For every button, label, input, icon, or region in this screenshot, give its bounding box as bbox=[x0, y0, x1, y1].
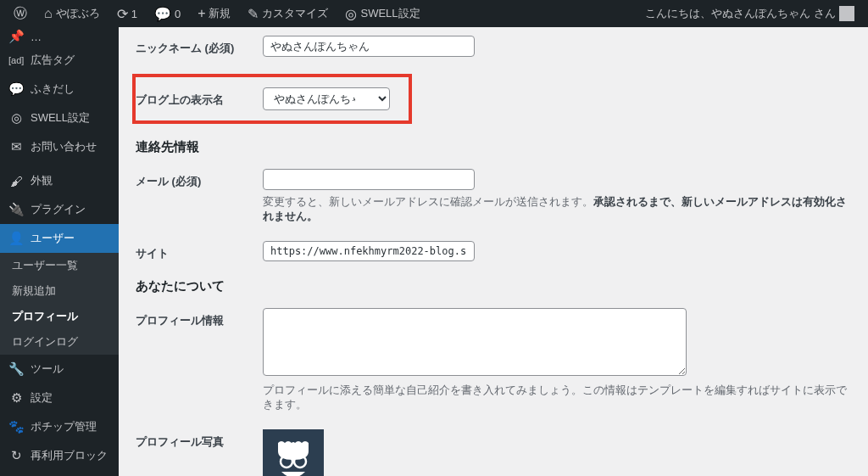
customize-link[interactable]: ✎カスタマイズ bbox=[241, 6, 335, 22]
display-name-highlight: ブログ上の表示名 やぬさんぽんちゃん bbox=[132, 74, 412, 124]
photo-label: プロフィール写真 bbox=[136, 429, 263, 450]
avatar bbox=[263, 429, 324, 476]
display-name-select[interactable]: やぬさんぽんちゃん bbox=[263, 87, 390, 110]
bio-description: プロフィールに添える簡単な自己紹介を書き入れてみましょう。この情報はテンプレート… bbox=[263, 384, 851, 412]
sidebar-item-posts-top[interactable]: 📌… bbox=[0, 27, 119, 46]
contact-section-heading: 連絡先情報 bbox=[136, 139, 851, 155]
wp-logo[interactable]: ⓦ bbox=[7, 5, 34, 23]
sidebar-item-seo-pack[interactable]: ≡SEO PACK bbox=[0, 470, 119, 476]
email-description: 変更すると、新しいメールアドレスに確認メールが送信されます。承認されるまで、新し… bbox=[263, 195, 851, 224]
submenu-profile[interactable]: プロフィール bbox=[0, 304, 119, 329]
submenu-add-new[interactable]: 新規追加 bbox=[0, 278, 119, 304]
bio-label: プロフィール情報 bbox=[136, 308, 263, 328]
site-name-link[interactable]: ⌂やぽぶろ bbox=[37, 6, 107, 21]
updates-link[interactable]: ⟳1 bbox=[110, 6, 144, 22]
submenu-users-list[interactable]: ユーザー一覧 bbox=[0, 253, 119, 278]
user-greeting[interactable]: こんにちは、やぬさんぽんちゃん さん bbox=[638, 6, 861, 21]
sidebar-item-appearance[interactable]: 🖌外観 bbox=[0, 166, 119, 195]
sidebar-item-pochipp[interactable]: 🐾ポチップ管理 bbox=[0, 412, 119, 441]
site-input[interactable] bbox=[263, 241, 475, 261]
display-name-label: ブログ上の表示名 bbox=[136, 87, 263, 108]
nickname-input[interactable] bbox=[263, 36, 475, 57]
admin-sidebar: 📌… [ad]広告タグ 💬ふきだし ◎SWELL設定 ✉お問い合わせ 🖌外観 🔌… bbox=[0, 27, 119, 476]
sidebar-item-users[interactable]: 👤ユーザー bbox=[0, 224, 119, 253]
avatar-icon bbox=[839, 6, 854, 21]
sidebar-item-tools[interactable]: 🔧ツール bbox=[0, 355, 119, 384]
submenu-login-log[interactable]: ログインログ bbox=[0, 329, 119, 355]
email-input[interactable] bbox=[263, 169, 475, 190]
users-submenu: ユーザー一覧 新規追加 プロフィール ログインログ bbox=[0, 253, 119, 355]
main-content: ニックネーム (必須) ブログ上の表示名 やぬさんぽんちゃん 連絡先情報 メール… bbox=[119, 27, 868, 476]
sidebar-item-contact[interactable]: ✉お問い合わせ bbox=[0, 132, 119, 161]
site-label: サイト bbox=[136, 241, 263, 261]
sidebar-item-reusable-blocks[interactable]: ↻再利用ブロック bbox=[0, 441, 119, 470]
nickname-label: ニックネーム (必須) bbox=[136, 36, 263, 56]
sidebar-item-plugins[interactable]: 🔌プラグイン bbox=[0, 195, 119, 224]
swell-settings-link[interactable]: ◎SWELL設定 bbox=[338, 6, 426, 22]
sidebar-item-swell[interactable]: ◎SWELL設定 bbox=[0, 104, 119, 132]
sidebar-item-settings[interactable]: ⚙設定 bbox=[0, 384, 119, 412]
email-label: メール (必須) bbox=[136, 169, 263, 189]
sidebar-item-ad-tag[interactable]: [ad]広告タグ bbox=[0, 46, 119, 75]
avatar-icon bbox=[270, 436, 317, 476]
comments-link[interactable]: 💬0 bbox=[147, 6, 187, 22]
new-content-link[interactable]: +新規 bbox=[191, 6, 237, 21]
bio-textarea[interactable] bbox=[263, 308, 687, 376]
sidebar-item-fukidashi[interactable]: 💬ふきだし bbox=[0, 75, 119, 104]
about-section-heading: あなたについて bbox=[136, 278, 851, 294]
admin-bar: ⓦ ⌂やぽぶろ ⟳1 💬0 +新規 ✎カスタマイズ ◎SWELL設定 こんにちは… bbox=[0, 0, 868, 27]
